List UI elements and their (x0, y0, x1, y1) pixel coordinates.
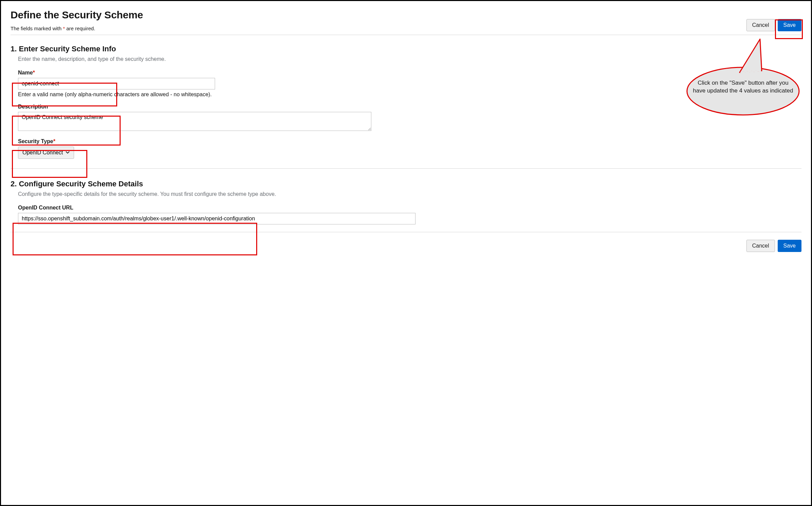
description-label: Description (18, 104, 801, 110)
section-1-description: Enter the name, description, and type of… (11, 56, 801, 62)
name-help-text: Enter a valid name (only alpha-numeric c… (18, 91, 801, 98)
page-title: Define the Security Scheme (11, 9, 143, 21)
security-type-dropdown[interactable]: OpenID Connect (18, 147, 74, 159)
section-2-description: Configure the type-specific details for … (11, 191, 801, 197)
asterisk-icon: * (53, 138, 55, 144)
cancel-button-footer[interactable]: Cancel (746, 240, 775, 252)
name-label: Name* (18, 70, 801, 76)
section-1-title: 1. Enter Security Scheme Info (11, 45, 801, 53)
save-button-footer[interactable]: Save (778, 240, 801, 252)
section-divider (11, 168, 801, 169)
header-button-row: Cancel Save (746, 19, 801, 31)
chevron-down-icon (66, 150, 70, 156)
footer-button-row: Cancel Save (11, 232, 801, 252)
save-button[interactable]: Save (778, 19, 801, 31)
security-type-label: Security Type* (18, 138, 801, 145)
asterisk-icon: * (33, 70, 35, 75)
description-input[interactable] (18, 112, 371, 131)
cancel-button[interactable]: Cancel (746, 19, 775, 31)
section-2-title: 2. Configure Security Scheme Details (11, 180, 801, 188)
page-header: Define the Security Scheme The fields ma… (11, 9, 801, 35)
openid-url-label: OpenID Connect URL (18, 205, 801, 211)
name-input[interactable] (18, 78, 215, 89)
required-fields-note: The fields marked with * are required. (11, 26, 143, 31)
openid-url-input[interactable] (18, 213, 416, 224)
security-type-value: OpenID Connect (22, 150, 63, 156)
